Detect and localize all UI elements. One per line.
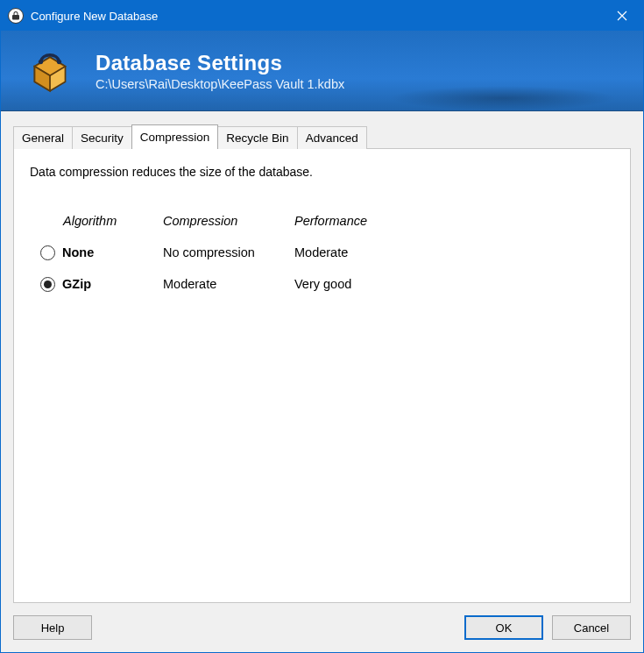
cell-gzip-performance: Very good [294, 277, 452, 291]
tab-compression[interactable]: Compression [131, 124, 219, 149]
header-performance: Performance [294, 214, 452, 228]
table-header-row: Algorithm Compression Performance [40, 205, 614, 237]
banner-title: Database Settings [96, 51, 344, 75]
help-button[interactable]: Help [13, 615, 92, 640]
tab-bar: General Security Compression Recycle Bin… [13, 124, 631, 148]
cancel-button[interactable]: Cancel [552, 615, 631, 640]
banner-subtitle: C:\Users\Rai\Desktop\KeePass Vault 1.kdb… [96, 77, 344, 91]
tab-advanced[interactable]: Advanced [297, 126, 367, 149]
compression-description: Data compression reduces the size of the… [30, 165, 614, 179]
radio-none-label: None [62, 245, 94, 259]
tab-recycle-bin[interactable]: Recycle Bin [217, 126, 297, 149]
banner: Database Settings C:\Users\Rai\Desktop\K… [1, 31, 643, 111]
header-algorithm: Algorithm [40, 214, 163, 228]
radio-icon [40, 245, 55, 260]
dialog-footer: Help OK Cancel [1, 603, 643, 652]
ok-button[interactable]: OK [464, 615, 543, 640]
tab-pane-compression: Data compression reduces the size of the… [13, 148, 631, 603]
svg-point-1 [57, 59, 61, 63]
database-box-icon [25, 46, 74, 96]
header-compression: Compression [163, 214, 294, 228]
compression-table: Algorithm Compression Performance None N… [40, 205, 614, 300]
radio-gzip[interactable]: GZip [40, 277, 163, 292]
cell-none-compression: No compression [163, 245, 294, 259]
svg-point-0 [39, 59, 43, 63]
close-button[interactable] [601, 1, 643, 31]
tab-security[interactable]: Security [72, 126, 132, 149]
cell-gzip-compression: Moderate [163, 277, 294, 291]
cell-none-performance: Moderate [294, 245, 452, 259]
radio-gzip-label: GZip [62, 277, 91, 291]
window-title: Configure New Database [31, 10, 601, 23]
radio-icon [40, 277, 55, 292]
table-row: GZip Moderate Very good [40, 268, 614, 300]
banner-shadow [389, 86, 617, 110]
tab-general[interactable]: General [13, 126, 73, 149]
radio-none[interactable]: None [40, 245, 163, 260]
titlebar: Configure New Database [1, 1, 643, 31]
app-lock-icon [8, 8, 24, 24]
table-row: None No compression Moderate [40, 237, 614, 268]
